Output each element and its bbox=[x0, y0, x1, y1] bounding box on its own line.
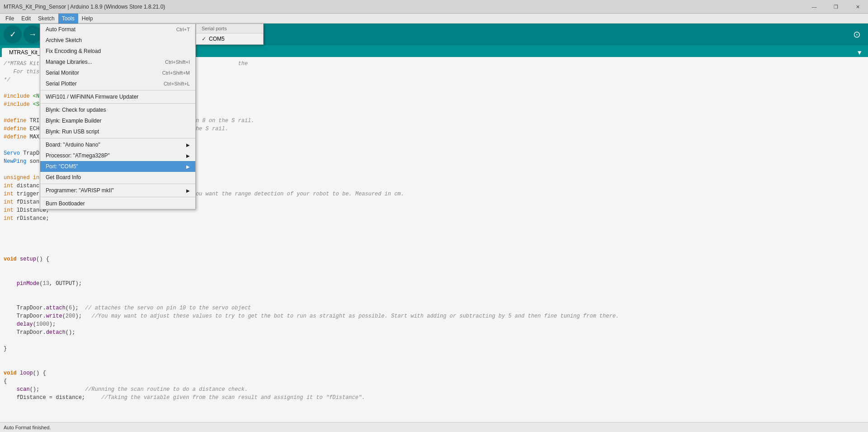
manage-libraries-label: Manage Libraries... bbox=[46, 59, 92, 65]
status-bar: Auto Format finished. bbox=[0, 422, 868, 432]
com5-label: COM5 bbox=[209, 36, 225, 42]
menu-wifi-updater[interactable]: WiFi101 / WiFiNINA Firmware Updater bbox=[40, 91, 195, 102]
serial-monitor-shortcut: Ctrl+Shift+M bbox=[162, 70, 190, 76]
menu-serial-plotter[interactable]: Serial Plotter Ctrl+Shift+L bbox=[40, 78, 195, 89]
separator-4 bbox=[40, 184, 195, 184]
menu-board-info[interactable]: Get Board Info bbox=[40, 172, 195, 183]
blynk-usb-label: Blynk: Run USB script bbox=[46, 128, 99, 135]
separator-5 bbox=[40, 197, 195, 197]
title-bar: MTRAS_Kit_Ping_Sensor | Arduino 1.8.9 (W… bbox=[0, 0, 868, 14]
board-label: Board: "Arduino Nano" bbox=[46, 142, 100, 148]
com5-option[interactable]: ✓ COM5 bbox=[196, 33, 263, 44]
close-button[interactable]: ✕ bbox=[847, 0, 868, 14]
menu-processor[interactable]: Processor: "ATmega328P" ▶ bbox=[40, 150, 195, 161]
menu-help[interactable]: Help bbox=[78, 14, 97, 24]
separator-2 bbox=[40, 103, 195, 104]
archive-sketch-label: Archive Sketch bbox=[46, 37, 82, 43]
menu-bar: File Edit Sketch Tools Help bbox=[0, 14, 868, 24]
upload-button[interactable]: → bbox=[24, 25, 42, 43]
blynk-example-label: Blynk: Example Builder bbox=[46, 118, 101, 124]
manage-libraries-shortcut: Ctrl+Shift+I bbox=[165, 59, 190, 65]
serial-monitor-label: Serial Monitor bbox=[46, 70, 79, 76]
menu-board[interactable]: Board: "Arduino Nano" ▶ bbox=[40, 139, 195, 150]
port-arrow: ▶ bbox=[186, 164, 190, 169]
serial-ports-submenu: Serial ports ✓ COM5 bbox=[196, 24, 264, 45]
minimize-button[interactable]: — bbox=[804, 0, 825, 14]
processor-label: Processor: "ATmega328P" bbox=[46, 152, 110, 159]
auto-format-shortcut: Ctrl+T bbox=[176, 27, 190, 32]
serial-monitor-icon[interactable]: ⊙ bbox=[849, 27, 864, 42]
menu-fix-encoding[interactable]: Fix Encoding & Reload bbox=[40, 46, 195, 57]
board-arrow: ▶ bbox=[186, 142, 190, 147]
window-controls: — ❐ ✕ bbox=[804, 0, 868, 14]
menu-file[interactable]: File bbox=[2, 14, 18, 24]
menu-blynk-check[interactable]: Blynk: Check for updates bbox=[40, 104, 195, 115]
status-text: Auto Format finished. bbox=[4, 425, 51, 430]
menu-tools[interactable]: Tools bbox=[58, 14, 78, 24]
separator-3 bbox=[40, 138, 195, 138]
maximize-button[interactable]: ❐ bbox=[826, 0, 846, 14]
menu-burn-bootloader[interactable]: Burn Bootloader bbox=[40, 198, 195, 209]
menu-archive-sketch[interactable]: Archive Sketch bbox=[40, 35, 195, 46]
port-label: Port: "COM5" bbox=[46, 163, 78, 170]
menu-port[interactable]: Port: "COM5" ▶ bbox=[40, 161, 195, 172]
serial-ports-header: Serial ports bbox=[196, 24, 263, 33]
programmer-label: Programmer: "AVRISP mkII" bbox=[46, 187, 114, 194]
com5-checkmark: ✓ bbox=[202, 36, 206, 42]
menu-blynk-example[interactable]: Blynk: Example Builder bbox=[40, 115, 195, 126]
serial-plotter-shortcut: Ctrl+Shift+L bbox=[164, 81, 190, 86]
separator-1 bbox=[40, 90, 195, 90]
auto-format-label: Auto Format bbox=[46, 26, 75, 33]
menu-manage-libraries[interactable]: Manage Libraries... Ctrl+Shift+I bbox=[40, 57, 195, 67]
menu-edit[interactable]: Edit bbox=[18, 14, 34, 24]
menu-blynk-usb[interactable]: Blynk: Run USB script bbox=[40, 126, 195, 137]
menu-programmer[interactable]: Programmer: "AVRISP mkII" ▶ bbox=[40, 185, 195, 196]
collapse-button[interactable]: ▼ bbox=[853, 48, 866, 57]
burn-bootloader-label: Burn Bootloader bbox=[46, 200, 85, 207]
tools-dropdown: Auto Format Ctrl+T Archive Sketch Fix En… bbox=[40, 24, 196, 209]
processor-arrow: ▶ bbox=[186, 153, 190, 158]
blynk-check-label: Blynk: Check for updates bbox=[46, 107, 106, 113]
fix-encoding-label: Fix Encoding & Reload bbox=[46, 48, 101, 54]
wifi-updater-label: WiFi101 / WiFiNINA Firmware Updater bbox=[46, 94, 138, 100]
verify-button[interactable]: ✓ bbox=[4, 25, 22, 43]
menu-serial-monitor[interactable]: Serial Monitor Ctrl+Shift+M bbox=[40, 67, 195, 78]
programmer-arrow: ▶ bbox=[186, 188, 190, 193]
serial-plotter-label: Serial Plotter bbox=[46, 81, 77, 87]
menu-auto-format[interactable]: Auto Format Ctrl+T bbox=[40, 24, 195, 35]
menu-sketch[interactable]: Sketch bbox=[34, 14, 58, 24]
window-title: MTRAS_Kit_Ping_Sensor | Arduino 1.8.9 (W… bbox=[4, 4, 864, 10]
board-info-label: Get Board Info bbox=[46, 174, 81, 180]
